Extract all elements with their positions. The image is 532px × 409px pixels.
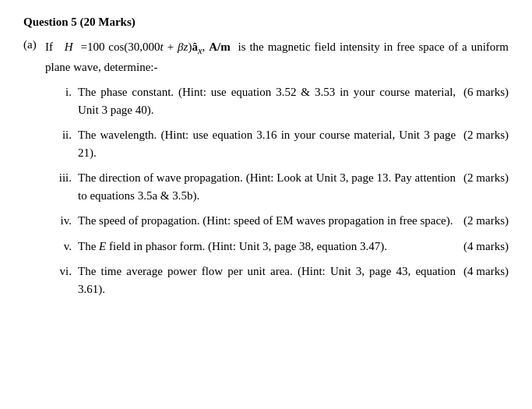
sub-item-ii: ii. The wavelength. (Hint: use equation … (53, 126, 509, 161)
sub-item-v-label: v. (53, 238, 78, 256)
sub-item-vi-label: vi. (53, 263, 78, 280)
sub-item-ii-marks: (2 marks) (456, 126, 509, 144)
sub-items-list: i. The phase constant. (Hint: use equati… (45, 83, 509, 298)
sub-item-iv-marks: (2 marks) (456, 212, 509, 230)
sub-item-iv-label: iv. (53, 212, 78, 230)
sub-item-iii-label: iii. (53, 169, 78, 187)
part-a-content: If H =100 cos(30,000t + βz)âx, A/m is th… (45, 38, 509, 305)
sub-item-iii: iii. The direction of wave propagation. … (53, 169, 509, 204)
question-title: Question 5 (20 Marks) (23, 16, 509, 29)
sub-item-ii-content: The wavelength. (Hint: use equation 3.16… (78, 126, 509, 161)
part-a-label: (a) (23, 38, 45, 305)
sub-item-v-content: The E field in phasor form. (Hint: Unit … (78, 238, 509, 256)
sub-item-vi: vi. The time average power flow per unit… (53, 263, 509, 298)
sub-item-ii-label: ii. (53, 126, 78, 144)
sub-item-vi-marks: (4 marks) (456, 263, 509, 280)
sub-item-vi-content: The time average power flow per unit are… (78, 263, 509, 298)
sub-item-iii-marks: (2 marks) (456, 169, 509, 187)
sub-item-iii-content: The direction of wave propagation. (Hint… (78, 169, 509, 204)
sub-item-i-content: The phase constant. (Hint: use equation … (78, 83, 509, 118)
sub-item-i: i. The phase constant. (Hint: use equati… (53, 83, 509, 118)
sub-item-v-marks: (4 marks) (456, 238, 509, 256)
sub-item-iv-content: The speed of propagation. (Hint: speed o… (78, 212, 509, 230)
part-a-intro-text: If H =100 cos(30,000t + βz)âx, A/m is th… (45, 38, 509, 76)
sub-item-i-label: i. (53, 83, 78, 101)
sub-item-i-marks: (6 marks) (456, 83, 509, 101)
sub-item-v: v. The E field in phasor form. (Hint: Un… (53, 238, 509, 256)
sub-item-iv: iv. The speed of propagation. (Hint: spe… (53, 212, 509, 230)
